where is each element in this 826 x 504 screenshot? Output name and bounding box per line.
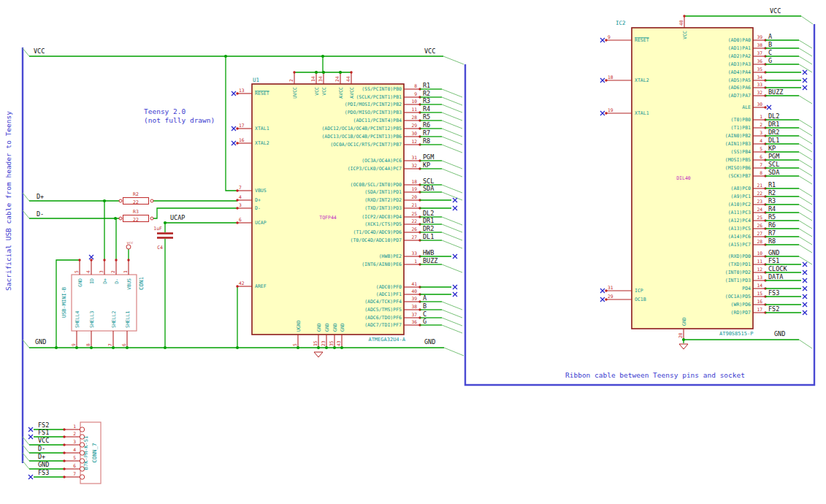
ic2-net-label: R7 [768, 229, 776, 237]
junction-dot [126, 346, 129, 349]
pin-number: 5 [760, 146, 762, 151]
resistor-r2-value: 22 [133, 199, 139, 205]
ic2-net-label: C [768, 49, 772, 56]
pin-name: (SDA/INT1)PD1 [364, 189, 402, 195]
pin-number: 28 [757, 239, 762, 244]
net-label-ucap[interactable]: UCAP [170, 214, 185, 221]
net-label-vcc-right[interactable]: VCC [770, 7, 781, 15]
pin-number: 12 [411, 139, 417, 144]
pin-name: (RXD/INT2)PD2 [364, 197, 402, 203]
pin-name: (AD2)PA2 [728, 53, 751, 59]
pin-name: VBUS [255, 188, 267, 194]
pin-name: (AD7)PA7 [728, 93, 751, 99]
ic2-net-label: R4 [768, 205, 776, 213]
pin-number: 40 [411, 289, 417, 294]
pin-number: 37 [757, 50, 762, 56]
pin-number: 1 [73, 424, 76, 429]
pin-name: (AD4)PA4 [728, 69, 751, 75]
net-label-dplus[interactable]: D+ [37, 193, 44, 200]
ic2-value: AT90S8515-P [719, 331, 753, 337]
pin-number: 10 [411, 99, 417, 104]
vcc-symbol-label: vcc [126, 240, 133, 245]
net-label-gnd-right[interactable]: GND [774, 330, 785, 337]
pin-name: (AIN1)PB3 [725, 141, 751, 147]
ic2-net-label: A [768, 33, 772, 40]
pin-name: ID [89, 278, 95, 284]
net-label-vcc-mid[interactable]: VCC [424, 47, 435, 55]
resistor-terminal [150, 199, 153, 202]
u1-net-label: R3 [423, 97, 430, 104]
pin-name: (SCK)PB7 [728, 173, 751, 179]
pin-end-dot [90, 259, 92, 261]
pin-name: (INT1)PD3 [725, 278, 751, 283]
conn7-net-label: D- [38, 445, 45, 452]
ic2-net-label: SDA [768, 169, 779, 176]
u1-net-label: R1 [423, 82, 430, 89]
u1-net-label: R5 [423, 113, 430, 121]
ic2-ref: IC2 [616, 20, 626, 26]
u1-net-label: R7 [423, 129, 430, 137]
pin-number: 30 [411, 131, 417, 136]
note-teensy-line1[interactable]: Teensy 2.0 [144, 107, 186, 115]
junction-dot [114, 217, 117, 220]
usb-value: USB-MINI-B [61, 287, 67, 318]
pin-end-dot [236, 127, 238, 129]
pin-number: 30 [757, 102, 762, 107]
pin-number: 27 [757, 231, 762, 236]
pin-name: RESET [635, 37, 649, 43]
pin-number: 29 [608, 294, 613, 299]
pin-name: AREF [255, 283, 267, 289]
pin-number: 35 [329, 340, 334, 346]
pin-name: (PDO/MISO/PCINT3)PB3 [345, 110, 402, 115]
net-label-dminus[interactable]: D- [37, 210, 44, 218]
note-left-vertical[interactable]: Sacrificial USB cable from header to Tee… [4, 111, 12, 291]
net-label-vcc-left[interactable]: VCC [34, 47, 45, 55]
pin-number: 7 [73, 471, 76, 476]
pin-name: (MISO)PB6 [725, 165, 751, 171]
pin-number: 25 [411, 211, 417, 216]
pin-name: (ADC11/PCINT4)PB4 [353, 118, 402, 123]
net-label-gnd-mid[interactable]: GND [424, 338, 435, 345]
pin-number: 36 [411, 319, 417, 324]
pin-end-dot [605, 289, 607, 291]
pin-name: ICP [635, 288, 643, 294]
pin-number: 9 [414, 91, 417, 96]
pin-name: (ADC5/TMS)PF5 [364, 307, 402, 313]
pin-number: 36 [757, 58, 762, 64]
ic2-net-label: R2 [768, 189, 776, 196]
pin-name: (WR)PD6 [731, 302, 751, 308]
ic2-net-label: R1 [768, 181, 776, 188]
pin-name: (AD0)PA0 [728, 37, 751, 43]
u1-net-label: A [423, 294, 427, 302]
u1-net-label: R4 [423, 105, 430, 112]
pin-number: 8 [760, 170, 762, 175]
pin-name: GND [340, 323, 345, 332]
pin-end-dot [605, 39, 607, 41]
net-label-gnd-left[interactable]: GND [35, 338, 46, 345]
u1-net-label: SCL [423, 177, 434, 185]
pin-end-dot [605, 79, 607, 81]
junction-dot [90, 346, 93, 349]
pin-number: 13 [757, 275, 762, 280]
pin-name: (HWB)PE2 [379, 253, 402, 259]
pin-number: 6 [121, 343, 126, 346]
u1-net-label: BUZZ [423, 257, 437, 264]
pin-number: 8 [85, 343, 91, 346]
pin-end-dot [236, 92, 238, 94]
pin-name: (SS/PCINT0)PB0 [362, 86, 402, 92]
pin-number: 10 [757, 251, 762, 256]
pin-number: 5 [74, 270, 79, 273]
pin-number: 35 [757, 66, 762, 72]
pin-name: D+ [255, 197, 261, 203]
pin-name: (TXD/INT3)PD3 [364, 205, 402, 211]
note-ribbon-cable[interactable]: Ribbon cable between Teensy pins and soc… [565, 371, 745, 379]
note-teensy-line2[interactable]: (not fully drawn) [144, 116, 215, 124]
pin-number: 1 [414, 259, 417, 264]
junction-dot [75, 346, 78, 349]
conn7-net-label: FS3 [38, 469, 49, 476]
ic2-net-label: FS3 [768, 289, 779, 297]
pin-number: 1 [760, 114, 762, 119]
ic2-net-label: SCL [768, 161, 779, 168]
pin-number: 3 [760, 130, 762, 135]
pin-number: 17 [239, 123, 245, 128]
